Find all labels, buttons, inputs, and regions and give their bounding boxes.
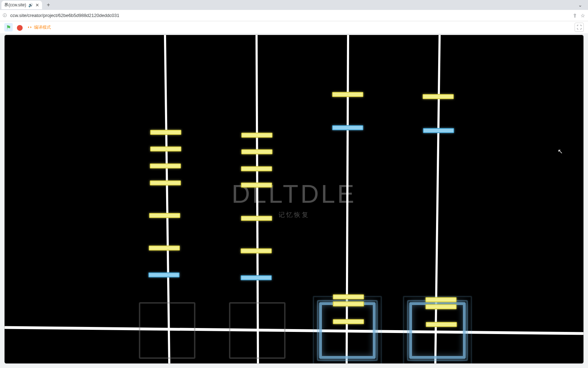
receptor-active[interactable] — [319, 302, 376, 359]
stage-container: DLLTDLE 记忆恢复 ↖ — [0, 33, 588, 368]
note-yellow — [426, 322, 457, 327]
new-tab-button[interactable]: + — [44, 1, 53, 9]
judge-line — [5, 326, 583, 335]
bookmark-star-icon[interactable]: ☆ — [581, 13, 585, 18]
code-icon — [27, 24, 33, 30]
address-bar: ⓘ ccw.site/creator/project/62be6b5d988d2… — [0, 10, 588, 21]
note-yellow — [241, 248, 272, 253]
share-icon[interactable]: ⇪ — [573, 13, 577, 18]
green-flag-button[interactable]: ⚑ — [4, 23, 13, 31]
note-blue — [241, 275, 272, 280]
browser-chrome: 界(ccw.site) 🔊 ✕ + ⌄ ⓘ ccw.site/creator/p… — [0, 0, 588, 21]
cursor-icon: ↖ — [558, 148, 563, 155]
note-yellow — [241, 149, 272, 154]
note-yellow — [150, 146, 181, 151]
note-blue — [148, 272, 180, 277]
site-info-icon[interactable]: ⓘ — [3, 13, 7, 18]
note-yellow — [423, 94, 454, 99]
tab-close-icon[interactable]: ✕ — [35, 2, 39, 8]
note-yellow — [425, 297, 457, 302]
note-yellow — [241, 216, 272, 221]
note-yellow — [425, 304, 457, 309]
note-yellow — [150, 163, 181, 168]
note-yellow — [333, 294, 364, 299]
note-blue — [423, 128, 454, 133]
note-yellow — [241, 133, 272, 138]
note-yellow — [333, 301, 364, 306]
note-yellow — [149, 246, 180, 251]
game-stage[interactable]: DLLTDLE 记忆恢复 ↖ — [4, 35, 584, 364]
tab-title: 界(ccw.site) — [4, 2, 26, 8]
receptor[interactable] — [139, 302, 195, 359]
editor-toolbar: ⚑ ⬤ 编译模式 ⛶ — [0, 21, 588, 33]
browser-tab[interactable]: 界(ccw.site) 🔊 ✕ — [1, 1, 42, 9]
note-yellow — [241, 166, 272, 171]
receptor[interactable] — [229, 302, 286, 359]
tab-strip: 界(ccw.site) 🔊 ✕ + ⌄ — [0, 0, 588, 10]
url-text[interactable]: ccw.site/creator/project/62be6b5d988d212… — [10, 13, 569, 18]
note-yellow — [150, 180, 181, 185]
code-mode-label: 编译模式 — [34, 24, 51, 30]
note-blue — [332, 125, 363, 130]
stop-button[interactable]: ⬤ — [16, 23, 24, 31]
note-yellow — [149, 213, 180, 218]
fullscreen-button[interactable]: ⛶ — [575, 23, 584, 32]
tab-audio-icon[interactable]: 🔊 — [28, 3, 33, 7]
note-yellow — [150, 130, 181, 135]
note-yellow — [241, 183, 272, 188]
minimize-tabs-icon[interactable]: ⌄ — [578, 2, 582, 8]
note-yellow — [332, 92, 363, 97]
note-yellow — [333, 319, 364, 324]
code-mode-toggle[interactable]: 编译模式 — [27, 24, 51, 30]
receptor-active[interactable] — [409, 302, 466, 359]
